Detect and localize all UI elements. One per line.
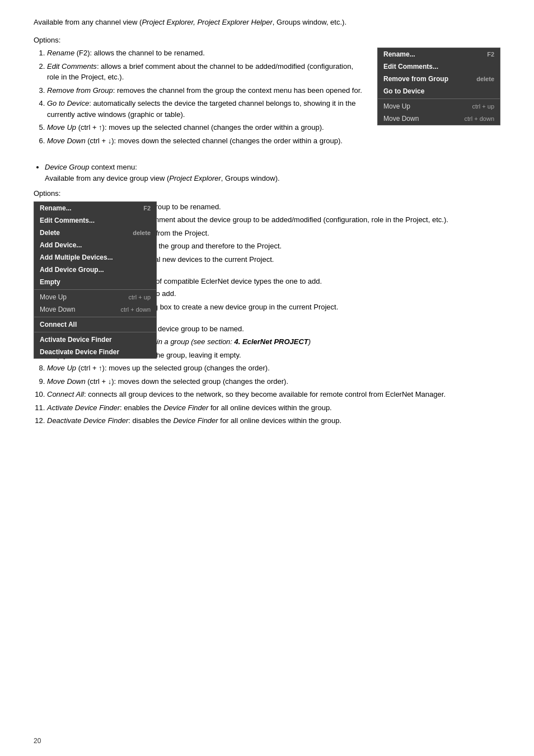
menu-item-move-up-2[interactable]: Move Upctrl + up [34,291,156,303]
context-menu-channel: Rename...F2 Edit Comments... Remove from… [377,48,500,125]
menu-item-connect-all[interactable]: Connect All [34,318,156,331]
options-label-1: Options: [34,35,500,46]
menu-item-move-down-1[interactable]: Move Downctrl + down [378,112,500,125]
menu-separator-1 [378,98,500,99]
menu-item-deactivate-finder[interactable]: Deactivate Device Finder [34,346,156,358]
menu-separator-2c [34,332,156,332]
channel-option-5: Move Up (ctrl + ↑): moves up the selecte… [47,122,366,133]
options-label-2: Options: [34,188,500,199]
dg-option-10: Connect All: connects all group devices … [47,389,500,400]
menu-item-empty[interactable]: Empty [34,276,156,288]
menu-item-add-device[interactable]: Add Device... [34,239,156,251]
menu-item-add-multiple-devices[interactable]: Add Multiple Devices... [34,251,156,264]
device-group-bullet: Device Group context menu: Available fro… [45,162,500,184]
dg-option-12: Deactivate Device Finder: disables the D… [47,415,500,426]
menu-item-edit-comments-2[interactable]: Edit Comments... [34,214,156,227]
menu-item-rename-2[interactable]: Rename...F2 [34,202,156,214]
dg-option-11: Activate Device Finder: enables the Devi… [47,402,500,414]
channel-option-3: Remove from Group: removes the channel f… [47,85,366,96]
channel-options-list: Rename (F2): allows the channel to be re… [47,48,366,146]
page-number: 20 [34,737,41,745]
menu-separator-2b [34,317,156,317]
menu-item-add-device-group[interactable]: Add Device Group... [34,264,156,276]
intro-paragraph: Available from any channel view (Project… [34,17,500,28]
menu-item-activate-finder[interactable]: Activate Device Finder [34,334,156,346]
menu-item-delete[interactable]: Deletedelete [34,227,156,239]
channel-section: Options: Rename (F2): allows the channel… [34,35,500,151]
menu-item-move-down-2[interactable]: Move Downctrl + down [34,303,156,316]
menu-item-remove-from-group[interactable]: Remove from Groupdelete [378,73,500,85]
dg-option-9: Move Down (ctrl + ↓): moves down the sel… [47,376,500,387]
channel-option-1: Rename (F2): allows the channel to be re… [47,48,366,59]
menu-item-edit-comments-1[interactable]: Edit Comments... [378,60,500,73]
menu-separator-2a [34,289,156,290]
device-group-section: Device Group context menu: Available fro… [34,162,500,431]
channel-option-4: Go to Device: automatically selects the … [47,98,366,120]
page-content: Available from any channel view (Project… [34,17,500,431]
context-menu-device-group: Rename...F2 Edit Comments... Deletedelet… [34,201,157,359]
device-group-header: Device Group context menu: Available fro… [45,162,500,184]
channel-option-6: Move Down (ctrl + ↓): moves down the sel… [47,135,366,147]
menu-item-move-up-1[interactable]: Move Upctrl + up [378,100,500,112]
dg-option-8: Move Up (ctrl + ↑): moves up the selecte… [47,363,500,374]
menu-item-rename-1[interactable]: Rename...F2 [378,48,500,60]
channel-option-2: Edit Comments: allows a brief comment ab… [47,61,366,83]
menu-item-go-to-device[interactable]: Go to Device [378,85,500,97]
